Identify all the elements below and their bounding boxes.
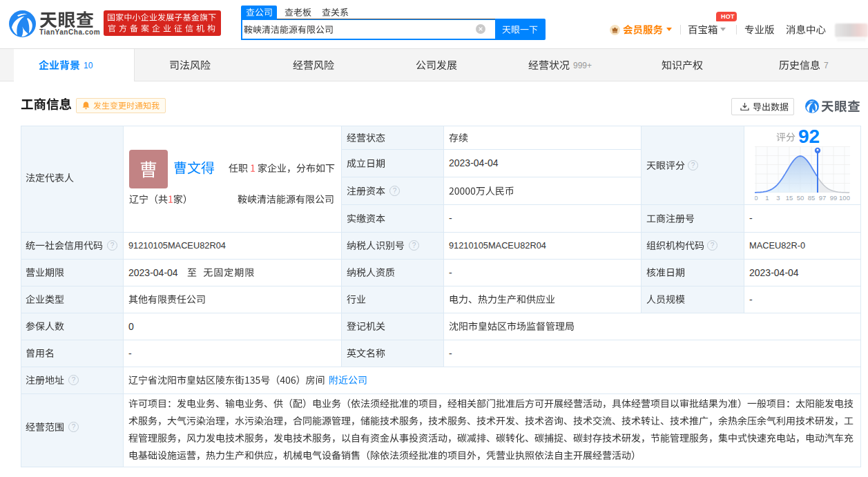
svg-text:0: 0 — [755, 194, 758, 202]
svg-text:50: 50 — [797, 194, 804, 202]
svg-text:1: 1 — [765, 194, 769, 202]
svg-text:100: 100 — [839, 194, 850, 202]
svg-text:97: 97 — [819, 194, 827, 202]
svg-text:85: 85 — [808, 194, 816, 202]
svg-text:15: 15 — [786, 194, 793, 202]
svg-text:99: 99 — [830, 194, 838, 202]
svg-text:3: 3 — [776, 194, 780, 202]
